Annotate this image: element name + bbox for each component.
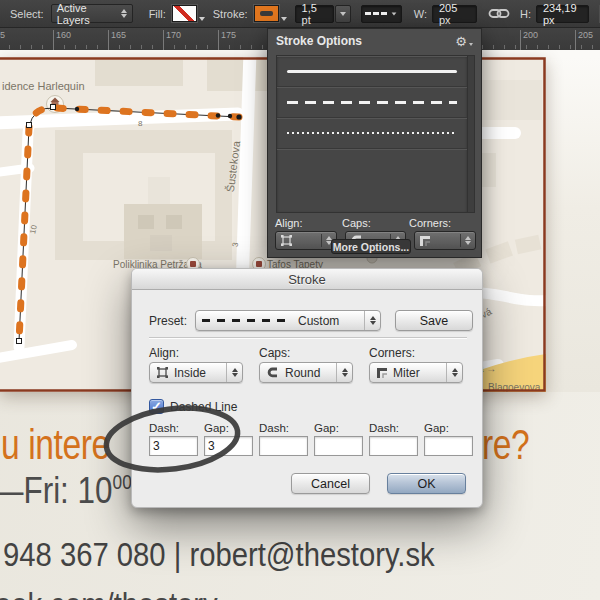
stroke-dialog: Stroke Preset: Custom Save Align: Caps: … bbox=[131, 268, 483, 508]
hours-superscript: 00 bbox=[113, 471, 132, 493]
dashed-line-checkbox[interactable]: ✓ bbox=[149, 399, 164, 414]
ruler-minor-tick bbox=[592, 45, 593, 49]
stroke-width-field[interactable]: 1,5 pt bbox=[295, 5, 334, 23]
ruler-tick-label: 160 bbox=[56, 30, 71, 40]
ruler-minor-tick bbox=[130, 45, 131, 49]
corners-dropdown[interactable]: Miter bbox=[369, 362, 463, 383]
stroke-type-dropdown[interactable] bbox=[361, 5, 402, 23]
panel-caps-label: Caps: bbox=[342, 217, 409, 229]
ruler-minor-tick bbox=[42, 45, 43, 49]
panel-align-label: Align: bbox=[275, 217, 342, 229]
social-link-text[interactable]: ook.com/thestory bbox=[0, 585, 218, 600]
select-label: Select: bbox=[10, 8, 44, 20]
miter-corner-icon bbox=[419, 235, 431, 246]
height-input[interactable]: 234,19 px bbox=[536, 5, 589, 23]
corners-value: Miter bbox=[393, 366, 420, 380]
gap-input-1[interactable] bbox=[204, 436, 253, 456]
dialog-caps-label: Caps: bbox=[259, 346, 369, 360]
stepper-icon bbox=[460, 234, 471, 247]
width-input[interactable]: 205 px bbox=[432, 5, 477, 23]
ruler-minor-tick bbox=[240, 45, 241, 49]
ruler-minor-tick bbox=[493, 45, 494, 49]
stroke-preset-dotted[interactable] bbox=[277, 118, 467, 149]
stepper-icon bbox=[336, 363, 352, 382]
chevron-down-icon bbox=[340, 12, 346, 16]
gap-input-3[interactable] bbox=[424, 436, 473, 456]
dash-input-1[interactable] bbox=[149, 436, 198, 456]
ruler-tick-label: 200 bbox=[523, 30, 538, 40]
ruler-minor-tick bbox=[526, 45, 527, 49]
ruler-minor-tick bbox=[75, 45, 76, 49]
cancel-button[interactable]: Cancel bbox=[291, 473, 370, 494]
align-dropdown[interactable]: Inside bbox=[149, 362, 243, 383]
path-anchor-square bbox=[17, 339, 22, 344]
more-options-button[interactable]: More Options... bbox=[331, 239, 411, 254]
width-label: W: bbox=[414, 8, 427, 20]
solid-line-preview-icon bbox=[287, 70, 457, 73]
fill-label: Fill: bbox=[149, 8, 166, 20]
dashed-line-label: Dashed Line bbox=[170, 400, 237, 414]
ruler-major-tick bbox=[163, 30, 164, 50]
ruler-minor-tick bbox=[548, 45, 549, 49]
preset-scrollbar[interactable] bbox=[468, 55, 475, 213]
link-dimensions-icon[interactable] bbox=[488, 7, 510, 20]
align-center-icon bbox=[280, 234, 293, 247]
gap-input-2[interactable] bbox=[314, 436, 363, 456]
panel-corners-label: Corners: bbox=[409, 217, 476, 229]
preset-dropdown[interactable]: Custom bbox=[195, 310, 381, 331]
preset-value: Custom bbox=[298, 314, 339, 328]
ruler-minor-tick bbox=[64, 45, 65, 49]
ruler-major-tick bbox=[575, 30, 576, 50]
stroke-width-dropdown-button[interactable] bbox=[335, 5, 351, 23]
stroke-preset-dashed[interactable] bbox=[277, 87, 467, 118]
dash-label: Dash: bbox=[369, 422, 424, 434]
path-point bbox=[228, 114, 232, 118]
stepper-icon bbox=[226, 363, 242, 382]
height-value: 234,19 px bbox=[543, 2, 582, 26]
fill-swatch-none[interactable] bbox=[172, 5, 197, 22]
ruler-minor-tick bbox=[537, 45, 538, 49]
dialog-corners-label: Corners: bbox=[369, 346, 479, 360]
ruler-minor-tick bbox=[141, 45, 142, 49]
ok-button[interactable]: OK bbox=[387, 473, 466, 494]
stepper-icon bbox=[121, 9, 127, 18]
ruler-minor-tick bbox=[559, 45, 560, 49]
fill-dropdown-arrow-icon[interactable] bbox=[199, 17, 205, 21]
panel-align-dropdown[interactable] bbox=[275, 231, 337, 250]
stroke-options-panel: Stroke Options ⚙ Align: Caps: Corners: bbox=[267, 28, 482, 258]
gap-label: Gap: bbox=[314, 422, 369, 434]
path-anchor-square bbox=[51, 105, 56, 110]
gear-icon[interactable]: ⚙ bbox=[455, 35, 467, 48]
ruler-minor-tick bbox=[152, 45, 153, 49]
ruler-major-tick bbox=[218, 30, 219, 50]
path-point bbox=[75, 107, 79, 111]
dialog-align-label: Align: bbox=[149, 346, 259, 360]
ruler-minor-tick bbox=[515, 45, 516, 49]
stroke-width-value: 1,5 pt bbox=[302, 2, 327, 26]
stroke-dropdown-arrow-icon[interactable] bbox=[281, 17, 287, 21]
dash-pattern-preview-icon bbox=[202, 319, 290, 322]
panel-corners-dropdown[interactable] bbox=[414, 231, 476, 250]
caps-dropdown[interactable]: Round bbox=[259, 362, 353, 383]
dialog-title[interactable]: Stroke bbox=[132, 269, 482, 290]
ruler-minor-tick bbox=[31, 45, 32, 49]
select-mode-dropdown[interactable]: Active Layers bbox=[51, 4, 133, 23]
stroke-preset-partial[interactable] bbox=[277, 149, 467, 213]
ruler-tick-label: 170 bbox=[166, 30, 181, 40]
path-anchor-square bbox=[27, 123, 32, 128]
stroke-swatch-orange[interactable] bbox=[254, 5, 279, 22]
stepper-icon bbox=[446, 363, 462, 382]
dash-input-3[interactable] bbox=[369, 436, 418, 456]
dashed-line-preview-icon bbox=[287, 101, 457, 104]
path-point bbox=[216, 113, 220, 117]
dotted-line-preview-icon bbox=[287, 132, 457, 134]
ruler-minor-tick bbox=[581, 45, 582, 49]
dash-input-2[interactable] bbox=[259, 436, 308, 456]
width-value: 205 px bbox=[439, 2, 470, 26]
save-button[interactable]: Save bbox=[395, 310, 473, 331]
ruler-minor-tick bbox=[207, 45, 208, 49]
stroke-preset-solid[interactable] bbox=[277, 56, 467, 87]
hours-main: —Fri: 10 bbox=[0, 470, 113, 511]
ruler-minor-tick bbox=[251, 45, 252, 49]
ruler-minor-tick bbox=[570, 45, 571, 49]
